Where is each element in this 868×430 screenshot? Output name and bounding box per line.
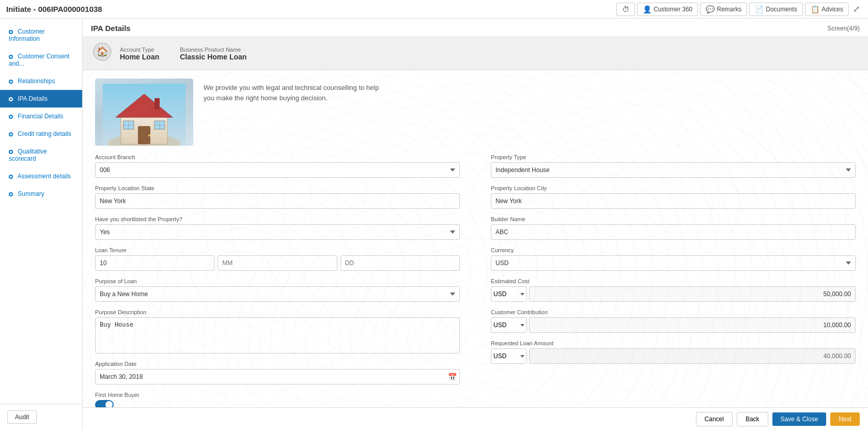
sidebar-item-summary[interactable]: Summary bbox=[0, 185, 82, 203]
sidebar-dot bbox=[9, 115, 13, 119]
svg-rect-2 bbox=[103, 84, 185, 146]
content-area: IPA Details Screen(4/9) 🏠 Account Type H… bbox=[83, 19, 868, 430]
account-type-field: Account Type Home Loan bbox=[120, 47, 159, 61]
requested-loan-group: Requested Loan Amount USD bbox=[491, 340, 856, 364]
sidebar-dot bbox=[9, 192, 13, 196]
bottom-bar: Cancel Back Save & Close Next bbox=[83, 407, 868, 430]
loan-tenure-dd-input[interactable] bbox=[340, 255, 460, 271]
estimated-cost-group: Estimated Cost USD bbox=[491, 278, 856, 302]
requested-loan-amount-input[interactable] bbox=[529, 348, 856, 364]
property-type-group: Property Type Independent House bbox=[491, 154, 856, 178]
product-icon: 🏠 bbox=[93, 42, 112, 65]
house-svg bbox=[103, 84, 185, 146]
sidebar-label: Summary bbox=[18, 190, 44, 197]
customer-contribution-amount-input[interactable] bbox=[529, 317, 856, 333]
property-type-label: Property Type bbox=[491, 154, 856, 160]
screen-info: Screen(4/9) bbox=[827, 25, 860, 32]
back-button[interactable]: Back bbox=[737, 412, 768, 426]
sidebar-label: Credit rating details bbox=[18, 130, 71, 137]
clock-button[interactable]: ⏱ bbox=[616, 3, 635, 16]
application-date-input[interactable] bbox=[95, 369, 460, 385]
account-branch-group: Account Branch 006 bbox=[95, 154, 460, 178]
purpose-description-textarea[interactable]: Buy House bbox=[95, 317, 460, 354]
product-name-label: Business Product Name bbox=[180, 47, 246, 53]
sidebar-item-assessment-details[interactable]: Assessment details bbox=[0, 167, 82, 185]
currency-select[interactable]: USD bbox=[491, 255, 856, 271]
save-close-button[interactable]: Save & Close bbox=[772, 412, 827, 426]
remarks-button[interactable]: 💬 Remarks bbox=[700, 3, 747, 16]
sidebar-item-qualitative-scorecard[interactable]: Qualitative scorecard bbox=[0, 143, 82, 167]
advices-button[interactable]: 📋 Advices bbox=[805, 3, 849, 16]
purpose-description-group: Purpose Description Buy House bbox=[95, 309, 460, 354]
estimated-cost-amount-input[interactable] bbox=[529, 286, 856, 302]
first-home-buyer-label: First Home Buyer bbox=[95, 392, 460, 398]
advices-icon: 📋 bbox=[811, 5, 819, 13]
currency-label: Currency bbox=[491, 247, 856, 253]
account-branch-label: Account Branch bbox=[95, 154, 460, 160]
calendar-icon[interactable]: 📅 bbox=[448, 373, 457, 381]
svg-point-8 bbox=[148, 134, 150, 136]
sidebar-item-credit-rating[interactable]: Credit rating details bbox=[0, 125, 82, 143]
sidebar-label: Qualitative scorecard bbox=[9, 148, 47, 162]
audit-button[interactable]: Audit bbox=[7, 410, 37, 424]
form-top-row: We provide you with legal and technical … bbox=[95, 79, 856, 146]
sidebar-item-ipa-details[interactable]: IPA Details bbox=[0, 90, 82, 108]
requested-loan-input-wrap: USD bbox=[491, 348, 856, 364]
requested-loan-currency-select[interactable]: USD bbox=[491, 348, 527, 364]
resize-button[interactable]: ⤢ bbox=[851, 2, 862, 16]
sidebar-item-customer-information[interactable]: Customer Information bbox=[0, 23, 82, 48]
toggle-knob bbox=[105, 401, 113, 407]
sidebar-label: Customer Consent and... bbox=[9, 53, 69, 67]
home-loan-icon: 🏠 bbox=[93, 42, 112, 61]
description-area: We provide you with legal and technical … bbox=[204, 79, 390, 146]
property-location-state-input[interactable] bbox=[95, 193, 460, 209]
property-location-city-input[interactable] bbox=[491, 193, 856, 209]
estimated-cost-label: Estimated Cost bbox=[491, 278, 856, 284]
cancel-button[interactable]: Cancel bbox=[696, 412, 733, 426]
form-description: We provide you with legal and technical … bbox=[204, 83, 390, 103]
sidebar-item-customer-consent[interactable]: Customer Consent and... bbox=[0, 48, 82, 72]
account-type-value: Home Loan bbox=[120, 53, 159, 61]
sidebar-item-relationships[interactable]: Relationships bbox=[0, 72, 82, 90]
documents-icon: 📄 bbox=[755, 5, 764, 13]
loan-tenure-label: Loan Tenure bbox=[95, 247, 460, 253]
first-home-buyer-group: First Home Buyer bbox=[95, 392, 460, 407]
application-date-label: Application Date bbox=[95, 361, 460, 367]
property-location-city-label: Property Location City bbox=[491, 185, 856, 191]
purpose-of-loan-label: Purpose of Loan bbox=[95, 278, 460, 284]
customer360-button[interactable]: 👤 Customer 360 bbox=[637, 3, 698, 16]
customer360-icon: 👤 bbox=[643, 5, 652, 13]
property-type-select[interactable]: Independent House bbox=[491, 162, 856, 178]
first-home-buyer-toggle[interactable] bbox=[95, 400, 114, 407]
documents-button[interactable]: 📄 Documents bbox=[749, 3, 803, 16]
shortlisted-select[interactable]: Yes No bbox=[95, 224, 460, 240]
purpose-of-loan-select[interactable]: Buy a New Home bbox=[95, 286, 460, 302]
remarks-icon: 💬 bbox=[706, 5, 715, 13]
product-banner: 🏠 Account Type Home Loan Business Produc… bbox=[83, 37, 868, 70]
customer-contribution-group: Customer Contribution USD bbox=[491, 309, 856, 333]
estimated-cost-input-wrap: USD bbox=[491, 286, 856, 302]
builder-name-label: Builder Name bbox=[491, 216, 856, 222]
next-button[interactable]: Next bbox=[830, 412, 860, 426]
form-fields-layout: Account Branch 006 Property Location Sta… bbox=[95, 154, 856, 407]
sidebar-label: Customer Information bbox=[9, 28, 44, 42]
account-type-label: Account Type bbox=[120, 47, 159, 53]
application-date-wrap: 📅 bbox=[95, 369, 460, 385]
purpose-of-loan-group: Purpose of Loan Buy a New Home bbox=[95, 278, 460, 302]
loan-tenure-yy-input[interactable] bbox=[95, 255, 214, 271]
clock-icon: ⏱ bbox=[622, 5, 629, 13]
account-branch-select[interactable]: 006 bbox=[95, 162, 460, 178]
sidebar-dot bbox=[9, 80, 13, 84]
form-scroll: We provide you with legal and technical … bbox=[83, 70, 868, 407]
svg-point-3 bbox=[108, 134, 180, 146]
builder-name-group: Builder Name bbox=[491, 216, 856, 240]
product-info: Account Type Home Loan Business Product … bbox=[120, 47, 246, 61]
loan-tenure-mm-input[interactable] bbox=[218, 255, 337, 271]
builder-name-input[interactable] bbox=[491, 224, 856, 240]
customer-contribution-label: Customer Contribution bbox=[491, 309, 856, 315]
sidebar-item-financial-details[interactable]: Financial Details bbox=[0, 108, 82, 125]
estimated-cost-currency-select[interactable]: USD bbox=[491, 286, 527, 302]
product-name-value: Classic Home Loan bbox=[180, 53, 246, 61]
customer-contribution-currency-select[interactable]: USD bbox=[491, 317, 527, 333]
shortlisted-group: Have you shortlisted the Property? Yes N… bbox=[95, 216, 460, 240]
